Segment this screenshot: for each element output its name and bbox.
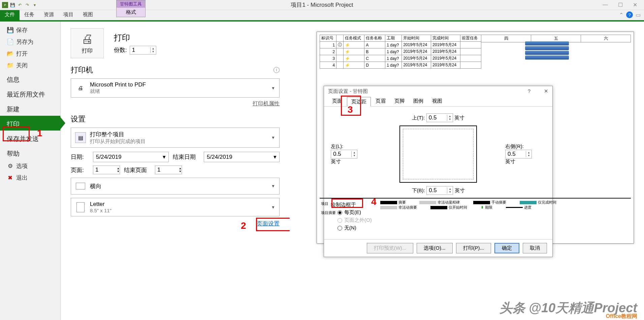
- legend-item: 仅开始时间: [430, 205, 467, 210]
- annotation-box-1: [3, 127, 30, 141]
- annotation-1: 1: [37, 128, 42, 139]
- app-icon: P: [2, 2, 8, 8]
- btn-options[interactable]: 选项(O)...: [417, 243, 452, 253]
- copies-down-icon[interactable]: ▼: [150, 50, 156, 53]
- nav-open[interactable]: 📂打开: [0, 48, 60, 60]
- top-spinner[interactable]: ▲▼: [426, 113, 453, 122]
- help-icon[interactable]: ?: [626, 11, 633, 18]
- unit-label: 英寸: [505, 158, 546, 165]
- annotation-2: 2: [241, 220, 246, 231]
- dlg-tab-view[interactable]: 视图: [428, 97, 446, 106]
- task-bar: [525, 41, 569, 45]
- left-label: 左(L):: [331, 143, 371, 150]
- legend-item: 非活动里程碑: [419, 200, 460, 205]
- btn-print[interactable]: 打印(P)...: [456, 243, 491, 253]
- right-input[interactable]: [506, 150, 526, 158]
- orientation-dropdown[interactable]: 横向 ▼: [71, 178, 280, 194]
- print-preview: 标识号 任务模式 任务名称 工期 开始时间 完成时间 前置任务 1ⓘ⚡A1 da…: [290, 22, 644, 320]
- col-duration: 工期: [385, 35, 402, 42]
- top-input[interactable]: [427, 114, 447, 122]
- bottom-spinner[interactable]: ▲▼: [426, 186, 453, 195]
- btn-preview[interactable]: 打印预览(W)...: [367, 243, 414, 253]
- page-end-input[interactable]: ▲▼: [155, 166, 182, 174]
- open-icon: 📂: [7, 50, 13, 57]
- tab-resource[interactable]: 资源: [39, 10, 59, 20]
- print-what-dropdown[interactable]: ▤ 打印整个项目 打印从开始到完成的项目 ▼: [71, 128, 280, 148]
- page-diagram: [399, 126, 477, 183]
- preview-page: 标识号 任务模式 任务名称 工期 开始时间 完成时间 前置任务 1ⓘ⚡A1 da…: [317, 32, 634, 244]
- date-start-input[interactable]: 5/24/2019▾: [93, 152, 169, 162]
- dialog-help-icon[interactable]: ?: [528, 88, 530, 94]
- dlg-tab-footer[interactable]: 页脚: [390, 97, 409, 106]
- minimize-icon[interactable]: —: [603, 2, 608, 8]
- col-pred: 前置任务: [460, 35, 481, 42]
- undo-icon[interactable]: ↶: [17, 2, 23, 8]
- tab-file[interactable]: 文件: [0, 10, 20, 20]
- dlg-tab-header[interactable]: 页眉: [372, 97, 390, 106]
- nav-info[interactable]: 信息: [0, 71, 60, 86]
- nav-close[interactable]: 📁关闭: [0, 60, 60, 71]
- quick-access-toolbar: P 💾 ↶ ↷ ▾: [0, 2, 40, 8]
- date-end-input[interactable]: 5/24/2019▾: [204, 152, 280, 162]
- print-header: 打印: [114, 32, 156, 43]
- tab-task[interactable]: 任务: [20, 10, 39, 20]
- left-input[interactable]: [331, 150, 351, 158]
- nav-options[interactable]: ⚙选项: [0, 160, 60, 172]
- window-options-icon[interactable]: ▭: [636, 12, 641, 18]
- info-icon[interactable]: i: [273, 67, 280, 73]
- legend-summary-label: 项目摘要: [321, 211, 336, 215]
- nav-saveas-label: 另存为: [16, 38, 33, 46]
- help-area: ⌃ ? ▭: [619, 11, 641, 18]
- printer-name: Microsoft Print to PDF: [90, 81, 267, 88]
- maximize-icon[interactable]: ☐: [618, 2, 623, 8]
- left-spinner[interactable]: ▲▼: [331, 150, 357, 158]
- saveas-icon: 📄: [7, 39, 13, 45]
- bottom-input[interactable]: [427, 186, 447, 194]
- legend-area: 项目 项目摘要 摘要 非活动里程碑 手动摘要 仅完成时间 非活动摘要 仅开始时间…: [320, 198, 631, 230]
- right-spinner[interactable]: ▲▼: [505, 150, 532, 158]
- nav-close-label: 关闭: [16, 62, 28, 69]
- nav-exit[interactable]: ✖退出: [0, 172, 60, 184]
- paper-name: Letter: [90, 201, 267, 208]
- date-end-label: 结束日期: [173, 153, 200, 161]
- tab-view[interactable]: 视图: [78, 10, 98, 20]
- save-icon[interactable]: 💾: [9, 2, 15, 8]
- page-start-input[interactable]: ▲▼: [93, 166, 120, 174]
- printer-icon: 🖨: [81, 32, 93, 46]
- ribbon-minimize-icon[interactable]: ⌃: [619, 12, 623, 18]
- dlg-tab-legend[interactable]: 图例: [409, 97, 427, 106]
- btn-ok[interactable]: 确定: [494, 243, 519, 253]
- qat-dropdown-icon[interactable]: ▾: [32, 2, 38, 8]
- page-start-value[interactable]: [93, 166, 117, 174]
- close-icon[interactable]: ✕: [633, 2, 637, 8]
- print-button[interactable]: 🖨 打印: [71, 28, 104, 58]
- dialog-title: 页面设置 - 甘特图: [328, 88, 368, 95]
- chevron-down-icon: ▼: [271, 184, 275, 188]
- paper-dropdown[interactable]: Letter 8.5" x 11" ▼: [71, 198, 280, 216]
- dialog-close-icon[interactable]: ✕: [544, 88, 548, 94]
- printer-properties-link[interactable]: 打印机属性: [253, 101, 280, 106]
- contextual-group: 甘特图工具 格式: [116, 0, 146, 17]
- tab-format[interactable]: 格式: [117, 8, 145, 17]
- nav-recent[interactable]: 最近所用文件: [0, 86, 60, 101]
- copies-spinner[interactable]: ▲▼: [130, 46, 156, 55]
- btn-cancel[interactable]: 取消: [523, 243, 547, 253]
- table-row: 3⚡C1 day?2019年5月242019年5月24: [320, 55, 481, 62]
- gantt-table: 标识号 任务模式 任务名称 工期 开始时间 完成时间 前置任务 1ⓘ⚡A1 da…: [320, 35, 481, 69]
- copies-input[interactable]: [130, 46, 150, 54]
- page-end-value[interactable]: [155, 166, 179, 174]
- tab-project[interactable]: 项目: [59, 10, 78, 20]
- col-mode: 任务模式: [344, 35, 364, 42]
- app-title: 项目1 - Microsoft Project: [291, 1, 353, 9]
- printer-dropdown[interactable]: 🖨 Microsoft Print to PDF 就绪 ▼: [71, 78, 280, 98]
- nav-saveas[interactable]: 📄另存为: [0, 36, 60, 48]
- col-finish: 完成时间: [431, 35, 460, 42]
- nav-new[interactable]: 新建: [0, 101, 60, 116]
- page-end-label: 结束页面: [124, 166, 151, 174]
- nav-help[interactable]: 帮助: [0, 145, 60, 160]
- copies-up-icon[interactable]: ▲: [150, 47, 156, 50]
- nav-save[interactable]: 💾保存: [0, 24, 60, 36]
- redo-icon[interactable]: ↷: [24, 2, 30, 8]
- table-row: 4⚡D1 day?2019年5月242019年5月24: [320, 62, 481, 69]
- options-icon: ⚙: [7, 163, 13, 170]
